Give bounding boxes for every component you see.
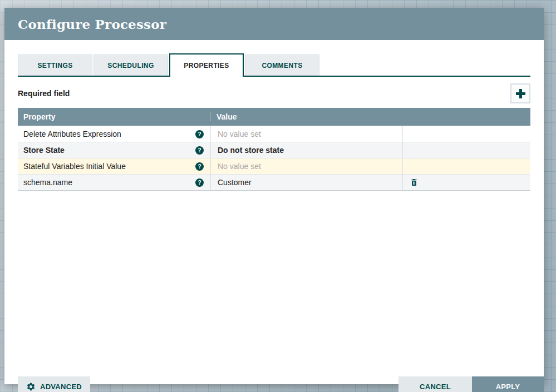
- value-cell[interactable]: Do not store state: [210, 142, 402, 158]
- property-cell: Stateful Variables Initial Value ?: [18, 158, 210, 174]
- property-value: No value set: [218, 162, 261, 171]
- configure-processor-dialog: Configure Processor SETTINGS SCHEDULING …: [4, 8, 544, 384]
- value-cell[interactable]: No value set: [210, 158, 402, 174]
- value-cell[interactable]: No value set: [210, 126, 402, 142]
- dialog-title: Configure Processor: [18, 17, 166, 32]
- advanced-button[interactable]: ADVANCED: [18, 376, 90, 392]
- property-cell: Delete Attributes Expression ?: [18, 126, 210, 142]
- property-name: schema.name: [23, 178, 72, 187]
- dialog-body: SETTINGS SCHEDULING PROPERTIES COMMENTS …: [4, 54, 544, 392]
- tab-properties[interactable]: PROPERTIES: [169, 53, 244, 77]
- property-cell: Store State ?: [18, 142, 210, 158]
- table-row[interactable]: Stateful Variables Initial Value ? No va…: [18, 158, 530, 174]
- tab-scheduling-label: SCHEDULING: [107, 62, 154, 70]
- advanced-button-label: ADVANCED: [40, 383, 82, 391]
- help-icon[interactable]: ?: [195, 178, 204, 187]
- dialog-footer: ADVANCED CANCEL APPLY: [18, 376, 544, 392]
- tab-comments[interactable]: COMMENTS: [245, 54, 319, 76]
- table-row[interactable]: Delete Attributes Expression ? No value …: [18, 126, 530, 142]
- value-cell[interactable]: Customer: [210, 175, 402, 190]
- tab-settings[interactable]: SETTINGS: [18, 54, 92, 76]
- add-property-button[interactable]: [510, 83, 530, 103]
- tab-bar: SETTINGS SCHEDULING PROPERTIES COMMENTS: [18, 54, 530, 77]
- property-name: Stateful Variables Initial Value: [23, 162, 126, 171]
- required-field-label: Required field: [18, 89, 70, 98]
- tab-scheduling[interactable]: SCHEDULING: [94, 54, 168, 76]
- actions-cell: [402, 175, 530, 190]
- actions-cell: [402, 126, 530, 142]
- help-icon[interactable]: ?: [195, 130, 204, 138]
- table-header-row: Property Value: [18, 108, 530, 126]
- properties-table: Property Value Delete Attributes Express…: [18, 108, 530, 191]
- delete-property-button[interactable]: [410, 178, 419, 187]
- property-cell: schema.name ?: [18, 175, 210, 190]
- tab-comments-label: COMMENTS: [262, 62, 302, 70]
- table-row[interactable]: Store State ? Do not store state: [18, 142, 530, 158]
- table-row[interactable]: schema.name ? Customer: [18, 174, 530, 190]
- footer-action-buttons: CANCEL APPLY: [398, 376, 544, 392]
- tab-settings-label: SETTINGS: [37, 62, 72, 70]
- actions-cell: [402, 142, 530, 158]
- property-column-header: Property: [18, 112, 210, 121]
- cancel-button[interactable]: CANCEL: [398, 376, 472, 392]
- property-name: Delete Attributes Expression: [23, 130, 121, 138]
- property-value: Customer: [218, 178, 252, 187]
- properties-toolbar: Required field: [18, 83, 530, 103]
- gear-icon: [26, 382, 36, 391]
- tab-properties-label: PROPERTIES: [184, 62, 229, 70]
- trash-icon: [410, 178, 419, 187]
- plus-icon: [516, 89, 525, 98]
- help-icon[interactable]: ?: [195, 162, 204, 171]
- help-icon[interactable]: ?: [195, 146, 204, 155]
- property-name: Store State: [23, 146, 65, 155]
- property-value: No value set: [218, 130, 261, 138]
- dialog-header: Configure Processor: [4, 8, 544, 40]
- actions-cell: [402, 158, 530, 174]
- apply-button[interactable]: APPLY: [472, 376, 544, 392]
- property-value: Do not store state: [218, 146, 284, 155]
- value-column-header: Value: [210, 112, 402, 121]
